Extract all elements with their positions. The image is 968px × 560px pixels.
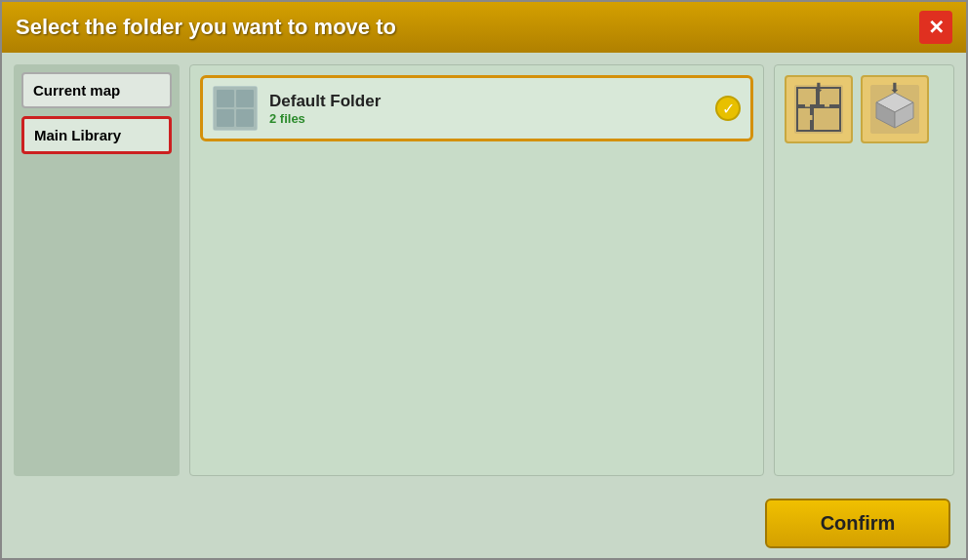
folder-name: Default Folder: [269, 92, 704, 111]
confirm-button[interactable]: Confirm: [765, 499, 950, 548]
folder-list-panel: Default Folder 2 files ✓: [189, 64, 764, 476]
main-library-button[interactable]: Main Library: [21, 116, 172, 154]
dialog-content: Current map Main Library Default Folder …: [2, 53, 966, 488]
file-preview-panel: ⬇: [774, 64, 954, 476]
close-button[interactable]: ✕: [919, 11, 952, 44]
folder-thumbnail: [213, 86, 258, 131]
left-nav-panel: Current map Main Library: [14, 64, 180, 476]
folder-item-default[interactable]: Default Folder 2 files ✓: [200, 75, 753, 141]
download-icon-1: ⬇: [813, 80, 825, 96]
folder-file-count: 2 files: [269, 111, 704, 126]
select-folder-dialog: Select the folder you want to move to ✕ …: [0, 0, 968, 560]
dialog-title: Select the folder you want to move to: [16, 15, 396, 40]
folder-info: Default Folder 2 files: [269, 92, 704, 126]
dialog-footer: Confirm: [2, 488, 966, 558]
selected-check-icon: ✓: [715, 96, 741, 121]
download-icon-2: ⬇: [889, 80, 901, 96]
title-bar: Select the folder you want to move to ✕: [2, 2, 966, 53]
file-thumb-map: ⬇: [785, 75, 853, 143]
current-map-button[interactable]: Current map: [21, 72, 172, 108]
file-thumb-box: ⬇: [861, 75, 929, 143]
